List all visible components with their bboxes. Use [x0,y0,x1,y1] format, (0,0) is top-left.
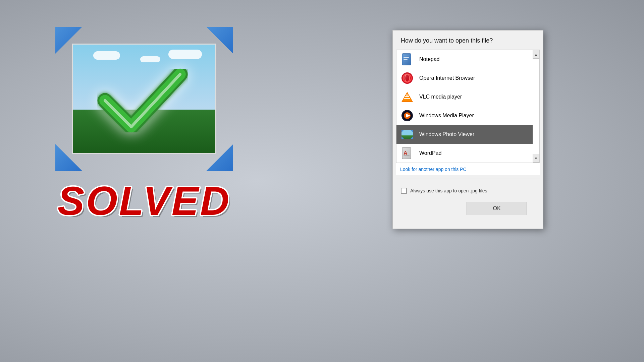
wmp-icon [400,109,414,122]
always-use-label: Always use this app to open .jpg files [410,188,487,193]
notepad-icon [400,53,414,66]
app-item-opera[interactable]: Opera Internet Browser [396,69,533,87]
look-for-app-link[interactable]: Look for another app on this PC [396,163,540,175]
separator [396,179,540,179]
scroll-up-button[interactable]: ▲ [533,50,539,59]
app-item-wordpad[interactable]: A WordPad [396,144,533,163]
dialog-title: How do you want to open this file? [393,31,543,50]
always-use-checkbox[interactable] [401,188,407,194]
svg-rect-4 [404,59,408,60]
svg-rect-27 [404,156,410,156]
svg-rect-2 [404,56,409,56]
notepad-label: Notepad [419,56,440,62]
wordpad-label: WordPad [419,150,441,156]
svg-rect-14 [406,95,409,96]
wpv-label: Windows Photo Viewer [419,131,474,137]
left-panel: SOLVED [27,27,262,261]
wmp-label: Windows Media Player [419,113,474,119]
svg-rect-13 [405,96,409,97]
opera-label: Opera Internet Browser [419,75,475,81]
app-item-vlc[interactable]: VLC media player [396,87,533,106]
scroll-down-button[interactable]: ▼ [533,154,539,163]
svg-point-9 [401,72,413,84]
open-with-dialog: How do you want to open this file? [392,30,543,229]
checkmark-overlay [75,44,210,158]
app-item-wmp[interactable]: Windows Media Player [396,106,533,125]
always-use-checkbox-row: Always use this app to open .jpg files [393,182,543,199]
opera-icon [400,71,414,85]
photo-viewer-icon [55,27,233,171]
svg-rect-20 [401,130,413,139]
vlc-label: VLC media player [419,94,462,100]
wordpad-icon: A [400,146,414,160]
ok-button[interactable]: OK [467,202,527,215]
app-item-wpv[interactable]: Windows Photo Viewer [396,125,533,144]
svg-text:A: A [404,150,408,156]
app-item-notepad[interactable]: Notepad [396,50,533,69]
app-list-container: Notepad [396,50,540,163]
svg-rect-3 [404,57,409,58]
svg-rect-5 [404,61,408,61]
app-list: Notepad [396,50,539,163]
solved-label: SOLVED [58,178,231,224]
vlc-icon [400,90,414,104]
svg-rect-12 [404,98,410,99]
wpv-icon [400,128,414,141]
